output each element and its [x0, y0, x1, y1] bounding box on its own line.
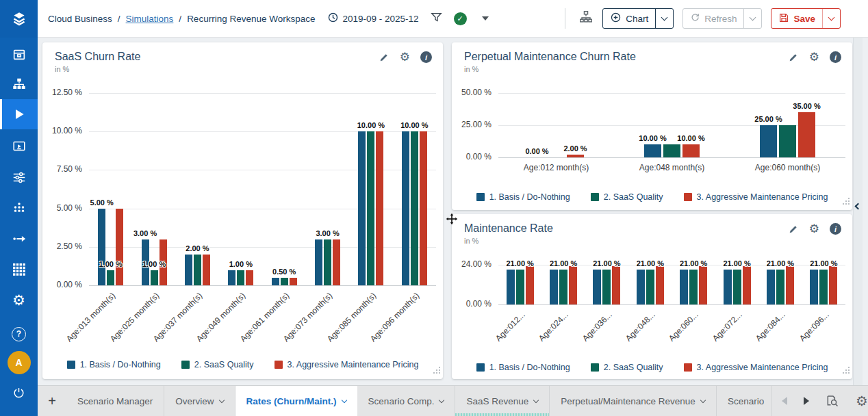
- tab-scenario-comp[interactable]: Scenario Comp.: [357, 386, 456, 416]
- tab-scenario[interactable]: Scenario: [717, 386, 772, 416]
- legend-item-saas-quality[interactable]: 2. SaaS Quality: [181, 360, 254, 369]
- bar-series-1[interactable]: [315, 239, 322, 285]
- bar-series-3[interactable]: [743, 266, 751, 304]
- bar-series-2[interactable]: [411, 131, 418, 285]
- sidebar-item-logout[interactable]: [0, 379, 38, 406]
- bar-series-2[interactable]: [516, 270, 524, 304]
- legend-item-basis[interactable]: 1. Basis / Do-Nothing: [476, 363, 570, 372]
- bar-series-2[interactable]: [663, 144, 680, 157]
- sidebar-item-help[interactable]: ?: [0, 320, 38, 348]
- bar-series-1[interactable]: [810, 270, 818, 304]
- bar-series-1[interactable]: [228, 270, 235, 285]
- scroll-tabs-right-icon[interactable]: [804, 397, 809, 405]
- sidebar-item-export[interactable]: [0, 225, 38, 252]
- bar-series-1[interactable]: [272, 278, 279, 285]
- bar-series-1[interactable]: [358, 131, 366, 285]
- sidebar-item-grid[interactable]: [0, 256, 38, 283]
- bar-series-3[interactable]: [116, 209, 123, 285]
- scroll-tabs-left-icon[interactable]: [782, 397, 787, 405]
- bar-series-2[interactable]: [151, 270, 158, 285]
- bar-series-2[interactable]: [107, 270, 114, 285]
- bar-series-1[interactable]: [724, 270, 732, 304]
- status-dropdown-caret-icon[interactable]: [482, 16, 489, 21]
- user-avatar[interactable]: A: [0, 348, 38, 378]
- bar-series-1[interactable]: [98, 209, 105, 285]
- bar-series-2[interactable]: [602, 270, 611, 304]
- bar-series-2[interactable]: [689, 270, 698, 304]
- bar-series-3[interactable]: [203, 255, 210, 285]
- bar-series-3[interactable]: [829, 266, 837, 304]
- bar-series-3[interactable]: [612, 266, 620, 304]
- legend-item-saas-quality[interactable]: 2. SaaS Quality: [591, 363, 663, 372]
- sidebar-item-presentations[interactable]: [0, 133, 38, 160]
- tab-rates-churn-maint[interactable]: Rates (Churn/Maint.): [235, 386, 357, 416]
- tabbar-settings-gear-icon[interactable]: ⚙: [856, 394, 868, 408]
- bar-series-2[interactable]: [237, 270, 244, 285]
- bar-series-1[interactable]: [637, 270, 645, 304]
- bar-series-1[interactable]: [760, 125, 777, 157]
- sidebar-item-settings-sliders[interactable]: [0, 164, 38, 191]
- app-logo[interactable]: [0, 0, 38, 38]
- legend-item-aggressive[interactable]: 3. Aggressive Maintenance Pricing: [275, 360, 419, 369]
- bar-series-2[interactable]: [324, 239, 331, 285]
- chart-dropdown-button[interactable]: [655, 9, 673, 28]
- bar-series-3[interactable]: [376, 131, 383, 285]
- resize-grip-icon[interactable]: [843, 195, 850, 207]
- sidebar-item-settings[interactable]: ⚙: [0, 286, 38, 313]
- bar-series-2[interactable]: [559, 270, 567, 304]
- bar-series-3[interactable]: [786, 266, 794, 304]
- sidebar-item-hierarchy[interactable]: [0, 70, 38, 98]
- bar-series-3[interactable]: [526, 266, 534, 304]
- bar-series-3[interactable]: [656, 266, 664, 304]
- bar-series-2[interactable]: [367, 131, 374, 285]
- bar-series-3[interactable]: [246, 270, 253, 285]
- tab-scenario-manager[interactable]: Scenario Manager: [66, 386, 164, 416]
- refresh-dropdown-button[interactable]: [743, 9, 761, 28]
- search-icon[interactable]: [826, 394, 839, 408]
- legend-item-basis[interactable]: 1. Basis / Do-Nothing: [67, 360, 161, 369]
- filter-icon[interactable]: [430, 11, 443, 27]
- date-range-selector[interactable]: 2019-09 - 2025-12: [327, 12, 418, 25]
- save-button[interactable]: Save: [771, 9, 822, 28]
- bar-series-3[interactable]: [569, 266, 577, 304]
- bar-series-3[interactable]: [420, 131, 427, 285]
- legend-item-aggressive[interactable]: 3. Aggressive Maintenance Pricing: [684, 363, 828, 372]
- bar-series-1[interactable]: [402, 131, 409, 285]
- bar-series-1[interactable]: [550, 270, 558, 304]
- bar-series-3[interactable]: [699, 266, 707, 304]
- refresh-button[interactable]: Refresh: [683, 9, 743, 28]
- legend-item-basis[interactable]: 1. Basis / Do-Nothing: [476, 192, 570, 202]
- bar-series-1[interactable]: [507, 270, 515, 304]
- resize-grip-icon[interactable]: [843, 364, 850, 376]
- bar-series-1[interactable]: [593, 270, 601, 304]
- bar-series-3[interactable]: [333, 239, 340, 285]
- tab-saas-revenue[interactable]: SaaS Revenue: [455, 386, 550, 416]
- breadcrumb-link-simulations[interactable]: Simulations: [126, 14, 174, 24]
- sidebar-item-group[interactable]: [0, 194, 38, 222]
- add-tab-button[interactable]: +: [38, 386, 66, 416]
- workspace-structure-icon[interactable]: [578, 10, 593, 27]
- bar-series-2[interactable]: [646, 270, 654, 304]
- legend-item-saas-quality[interactable]: 2. SaaS Quality: [591, 192, 663, 202]
- sidebar-item-archive[interactable]: [0, 41, 38, 68]
- bar-series-3[interactable]: [567, 155, 584, 157]
- tab-perpetual-maintenance-revenue[interactable]: Perpetual/Maintenance Revenue: [550, 386, 717, 416]
- bar-series-1[interactable]: [644, 144, 661, 157]
- bar-series-1[interactable]: [185, 255, 192, 285]
- bar-series-2[interactable]: [779, 125, 796, 157]
- bar-series-2[interactable]: [281, 278, 288, 285]
- sidebar-item-simulations-active[interactable]: [0, 99, 38, 129]
- bar-series-3[interactable]: [798, 112, 815, 157]
- legend-item-aggressive[interactable]: 3. Aggressive Maintenance Pricing: [684, 192, 828, 202]
- bar-series-2[interactable]: [819, 270, 828, 304]
- bar-series-3[interactable]: [682, 144, 700, 157]
- save-dropdown-button[interactable]: [822, 9, 840, 28]
- bar-series-3[interactable]: [290, 278, 297, 285]
- bar-series-2[interactable]: [194, 255, 201, 285]
- bar-series-2[interactable]: [776, 270, 784, 304]
- collapse-panel-handle[interactable]: [853, 38, 863, 385]
- add-chart-button[interactable]: Chart: [603, 9, 655, 28]
- bar-series-1[interactable]: [680, 270, 688, 304]
- bar-series-2[interactable]: [733, 270, 741, 304]
- resize-grip-icon[interactable]: [433, 364, 440, 376]
